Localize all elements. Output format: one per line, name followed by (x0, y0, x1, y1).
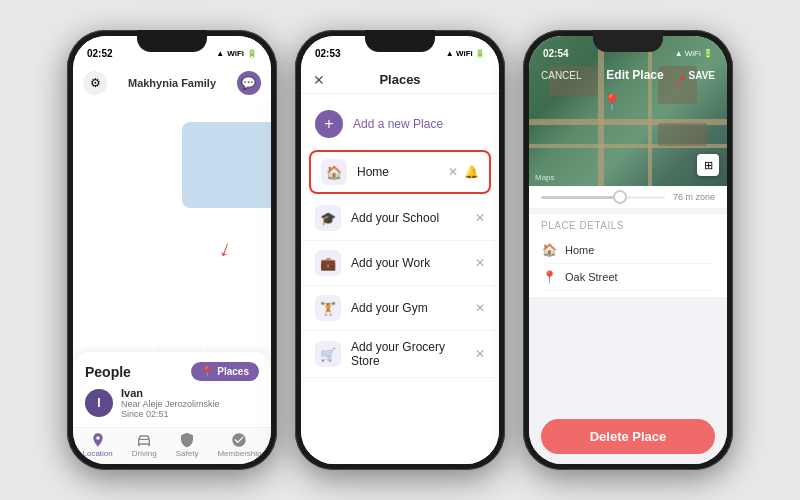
place-details-title: Place details (541, 220, 715, 231)
place-home[interactable]: 🏠 Home ✕ 🔔 (309, 150, 491, 194)
place-name-row: 🏠 Home (541, 237, 715, 264)
place-name-text: Home (565, 244, 594, 256)
phone-2: 02:53 ▲ WiFi 🔋 ✕ Places + Add a new Plac… (295, 30, 505, 470)
location-pin: 📍 (602, 93, 622, 112)
tab-location[interactable]: Location (83, 432, 113, 458)
tab-driving[interactable]: Driving (132, 432, 157, 458)
home-icon: 🏠 (321, 159, 347, 185)
place-gym[interactable]: 🏋 Add your Gym ✕ (301, 286, 499, 331)
time-2: 02:53 (315, 48, 341, 59)
place-school[interactable]: 🎓 Add your School ✕ (301, 196, 499, 241)
place-address-row: 📍 Oak Street (541, 264, 715, 291)
time-1: 02:52 (87, 48, 113, 59)
tab-safety[interactable]: Safety (176, 432, 199, 458)
home-label: Home (357, 165, 438, 179)
delete-btn-wrap: Delete Place (529, 405, 727, 464)
notch-3 (593, 30, 663, 52)
gym-label: Add your Gym (351, 301, 465, 315)
person-row: I Ivan Near Aleje Jerozolimskie Since 02… (85, 387, 259, 419)
places-button[interactable]: 📍 Places (191, 362, 259, 381)
bottom-panel: People 📍 Places I Ivan Near Aleje Jerozo… (73, 352, 271, 427)
person-since: Since 02:51 (121, 409, 259, 419)
tab-membership[interactable]: Membership (217, 432, 261, 458)
place-grocery[interactable]: 🛒 Add your Grocery Store ✕ (301, 331, 499, 378)
add-icon: + (315, 110, 343, 138)
family-title: Makhynia Family (128, 77, 216, 89)
home-notify[interactable]: 🔔 (464, 165, 479, 179)
home-actions: ✕ 🔔 (448, 165, 479, 179)
person-info: Ivan Near Aleje Jerozolimskie Since 02:5… (121, 387, 259, 419)
edit-title: Edit Place (606, 68, 663, 82)
notch-2 (365, 30, 435, 52)
delete-place-button[interactable]: Delete Place (541, 419, 715, 454)
phone-1: 02:52 ▲ WiFi 🔋 ⚙ Makhynia Family 💬 (67, 30, 277, 470)
work-remove[interactable]: ✕ (475, 256, 485, 270)
grocery-icon: 🛒 (315, 341, 341, 367)
grocery-label: Add your Grocery Store (351, 340, 465, 368)
phone-3: 02:54 ▲ WiFi 🔋 CANCEL Edit Place SAVE (523, 30, 733, 470)
places-screen: ✕ Places + Add a new Place 🏠 Home ✕ 🔔 (301, 64, 499, 464)
places-title: Places (379, 72, 420, 87)
radius-slider[interactable] (541, 196, 665, 199)
place-address-text: Oak Street (565, 271, 618, 283)
status-icons-2: ▲ WiFi 🔋 (446, 49, 485, 58)
radius-label: 76 m zone (673, 192, 715, 202)
work-label: Add your Work (351, 256, 465, 270)
place-work[interactable]: 💼 Add your Work ✕ (301, 241, 499, 286)
gym-remove[interactable]: ✕ (475, 301, 485, 315)
edit-place-screen: 02:54 ▲ WiFi 🔋 CANCEL Edit Place SAVE (529, 36, 727, 464)
layers-icon[interactable]: ⊞ (697, 154, 719, 176)
satellite-map: 02:54 ▲ WiFi 🔋 CANCEL Edit Place SAVE (529, 36, 727, 186)
home-detail-icon: 🏠 (541, 243, 557, 257)
pin-detail-icon: 📍 (541, 270, 557, 284)
person-name: Ivan (121, 387, 259, 399)
person-avatar: I (85, 389, 113, 417)
close-button[interactable]: ✕ (313, 72, 325, 88)
save-button[interactable]: SAVE (689, 70, 716, 81)
chat-icon[interactable]: 💬 (237, 71, 261, 95)
work-icon: 💼 (315, 250, 341, 276)
gym-icon: 🏋 (315, 295, 341, 321)
school-remove[interactable]: ✕ (475, 211, 485, 225)
add-place-row[interactable]: + Add a new Place (301, 100, 499, 148)
notch-1 (137, 30, 207, 52)
grocery-remove[interactable]: ✕ (475, 347, 485, 361)
status-icons-3: ▲ WiFi 🔋 (675, 49, 713, 58)
gear-icon[interactable]: ⚙ (83, 71, 107, 95)
cancel-button[interactable]: CANCEL (541, 70, 582, 81)
home-remove[interactable]: ✕ (448, 165, 458, 179)
add-label: Add a new Place (353, 117, 443, 131)
place-details-section: Place details 🏠 Home 📍 Oak Street (529, 214, 727, 297)
person-location: Near Aleje Jerozolimskie (121, 399, 259, 409)
places-list: + Add a new Place 🏠 Home ✕ 🔔 🎓 Add your … (301, 94, 499, 464)
places-nav: ✕ Places (301, 64, 499, 94)
school-icon: 🎓 (315, 205, 341, 231)
people-title: People (85, 364, 131, 380)
status-icons-1: ▲ WiFi 🔋 (216, 49, 257, 58)
maps-label: Maps (535, 173, 555, 182)
map-arrow: ↓ (216, 235, 235, 263)
tab-bar: Location Driving Safety Membership (73, 427, 271, 464)
map-header: ⚙ Makhynia Family 💬 (73, 64, 271, 102)
map-area[interactable]: ⚙ Makhynia Family 💬 ↓ (73, 64, 271, 352)
school-label: Add your School (351, 211, 465, 225)
edit-nav: CANCEL Edit Place SAVE (529, 64, 727, 86)
radius-control: 76 m zone (529, 186, 727, 208)
time-3: 02:54 (543, 48, 569, 59)
spacer (529, 297, 727, 405)
